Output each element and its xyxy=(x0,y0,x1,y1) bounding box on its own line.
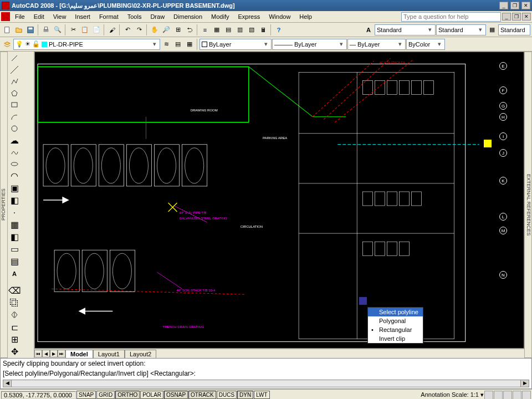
undo-button[interactable]: ↶ xyxy=(122,24,133,35)
properties-button[interactable]: ≡ xyxy=(200,24,211,35)
mtext-tool[interactable]: A xyxy=(9,268,20,279)
ducs-toggle[interactable]: DUCS xyxy=(217,391,237,399)
menu-express[interactable]: Express xyxy=(234,12,264,21)
ortho-toggle[interactable]: ORTHO xyxy=(115,391,140,399)
paste-button[interactable]: 📄 xyxy=(91,24,102,35)
anno-auto-icon[interactable] xyxy=(494,391,503,400)
menu-view[interactable]: View xyxy=(49,12,70,21)
cmd-scrollbar[interactable]: ◀▶ xyxy=(3,380,529,387)
help-search-input[interactable] xyxy=(401,12,501,22)
copy-tool[interactable]: ⿻ xyxy=(9,298,20,309)
anno-vis-icon[interactable] xyxy=(484,391,493,400)
lwt-toggle[interactable]: LWT xyxy=(254,391,269,399)
erase-tool[interactable]: ⌫ xyxy=(9,285,20,296)
menu-polygonal[interactable]: Polygonal xyxy=(368,316,423,325)
menu-file[interactable]: File xyxy=(11,12,29,21)
rectangle-tool[interactable] xyxy=(9,100,20,110)
line-tool[interactable] xyxy=(9,53,20,63)
construction-line-tool[interactable] xyxy=(9,64,20,75)
ellipse-arc-tool[interactable]: ◠ xyxy=(9,171,20,182)
zoom-prev-button[interactable]: ⮌ xyxy=(184,24,195,35)
tab-layout1[interactable]: Layout1 xyxy=(93,350,125,358)
restore-button[interactable]: ❐ xyxy=(510,2,519,9)
text-style-combo[interactable]: Standard▾ xyxy=(375,24,436,35)
plotstyle-combo[interactable]: ByColor▾ xyxy=(406,39,445,50)
close-button[interactable]: ✕ xyxy=(521,2,530,9)
clean-screen-icon[interactable] xyxy=(522,391,531,400)
print-button[interactable] xyxy=(40,24,52,35)
sheet-set-button[interactable]: ▥ xyxy=(234,24,245,35)
color-combo[interactable]: ByLayer▾ xyxy=(200,39,272,50)
model-space-icon[interactable] xyxy=(503,391,512,400)
menu-invert-clip[interactable]: Invert clip xyxy=(368,334,423,343)
zoom-button[interactable]: 🔎 xyxy=(161,24,172,35)
tab-prev[interactable]: ◀ xyxy=(42,350,50,357)
make-block-tool[interactable]: ◧ xyxy=(9,195,20,206)
tab-next[interactable]: ▶ xyxy=(50,350,58,357)
menu-insert[interactable]: Insert xyxy=(71,12,94,21)
dyn-toggle[interactable]: DYN xyxy=(237,391,253,399)
copy-button[interactable]: 📋 xyxy=(79,24,90,35)
lock-ui-icon[interactable] xyxy=(513,391,521,400)
table-style-icon[interactable]: ▦ xyxy=(487,24,498,35)
help-button[interactable]: ? xyxy=(273,24,284,35)
new-button[interactable] xyxy=(2,24,13,35)
circle-tool[interactable] xyxy=(9,123,20,134)
tool-palettes-button[interactable]: ▤ xyxy=(223,24,234,35)
redo-button[interactable]: ↷ xyxy=(134,24,145,35)
menu-format[interactable]: Format xyxy=(95,12,122,21)
pan-button[interactable]: ✋ xyxy=(149,24,160,35)
move-tool[interactable]: ✥ xyxy=(9,346,20,357)
revcloud-tool[interactable]: ☁ xyxy=(9,135,20,146)
layer-iso-button[interactable]: ▦ xyxy=(184,39,195,50)
command-line[interactable]: Specify clipping boundary or select inve… xyxy=(0,358,532,389)
tab-first[interactable]: ⏮ xyxy=(34,350,42,357)
osnap-toggle[interactable]: OSNAP xyxy=(164,391,188,399)
minimize-button[interactable]: _ xyxy=(499,2,508,9)
array-tool[interactable]: ⊞ xyxy=(9,334,20,345)
arc-tool[interactable] xyxy=(9,111,20,122)
text-style-a-icon[interactable]: A xyxy=(363,24,374,35)
linetype-combo[interactable]: ———ByLayer▾ xyxy=(272,39,347,50)
layer-states-button[interactable]: ▤ xyxy=(172,39,183,50)
polyline-tool[interactable] xyxy=(9,76,20,86)
menu-rectangular[interactable]: •Rectangular xyxy=(368,325,423,334)
menu-window[interactable]: Window xyxy=(265,12,294,21)
tab-model[interactable]: Model xyxy=(65,350,93,358)
menu-draw[interactable]: Draw xyxy=(146,12,168,21)
calc-button[interactable]: 🖩 xyxy=(258,24,269,35)
block-insert-tool[interactable]: ▣ xyxy=(9,183,20,194)
grid-toggle[interactable]: GRID xyxy=(96,391,115,399)
save-button[interactable] xyxy=(25,24,36,35)
menu-help[interactable]: Help xyxy=(295,12,316,21)
menu-select-polyline[interactable]: Select polyline xyxy=(368,308,423,316)
annotation-scale[interactable]: Annotation Scale: 1:1 ▾ xyxy=(421,391,484,398)
gradient-tool[interactable]: ◧ xyxy=(9,232,20,243)
drawing-canvas[interactable]: DRAWING ROOM PARKING AREA CIRCULATION TR… xyxy=(34,52,524,349)
xref-panel-tab[interactable]: EXTERNAL REFERENCES xyxy=(524,52,532,358)
hatch-tool[interactable]: ▦ xyxy=(9,219,20,231)
otrack-toggle[interactable]: OTRACK xyxy=(188,391,216,399)
mdi-restore-button[interactable]: ❐ xyxy=(512,13,521,21)
coordinates-display[interactable]: 0.5309, -17.7275, 0.0000 xyxy=(1,391,76,399)
tab-layout2[interactable]: Layout2 xyxy=(125,350,156,358)
properties-panel-tab[interactable]: PROPERTIES xyxy=(0,52,8,358)
zoom-window-button[interactable]: ⊞ xyxy=(172,24,183,35)
cut-button[interactable]: ✂ xyxy=(68,24,79,35)
open-button[interactable] xyxy=(13,24,24,35)
mdi-minimize-button[interactable]: _ xyxy=(502,13,511,21)
plot-preview-button[interactable]: 🔍 xyxy=(52,24,63,35)
tab-last[interactable]: ⏭ xyxy=(58,350,65,357)
ellipse-tool[interactable] xyxy=(9,159,20,170)
snap-toggle[interactable]: SNAP xyxy=(76,391,96,399)
offset-tool[interactable]: ⊏ xyxy=(9,321,20,332)
dim-style-combo[interactable]: Standard▾ xyxy=(436,24,486,35)
layer-combo[interactable]: 💡 ☀ 🔓 PL-DR-PIPE ▾ xyxy=(13,39,160,50)
point-tool[interactable]: · xyxy=(9,207,20,218)
mdi-close-button[interactable]: ✕ xyxy=(522,13,531,21)
lineweight-combo[interactable]: —ByLayer▾ xyxy=(347,39,406,50)
layer-prev-button[interactable]: ≋ xyxy=(161,39,172,50)
region-tool[interactable]: ▭ xyxy=(9,244,20,255)
table-style-combo[interactable]: Standard xyxy=(498,24,530,35)
spline-tool[interactable] xyxy=(9,147,20,158)
